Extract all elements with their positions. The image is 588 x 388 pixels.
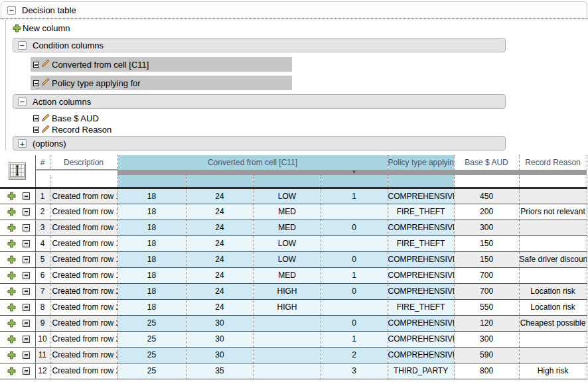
delete-row-button[interactable]: [23, 367, 30, 375]
row-number-cell[interactable]: 6: [35, 267, 50, 283]
condition-cell-1[interactable]: 18: [117, 267, 186, 283]
condition-cell-2[interactable]: 24: [186, 251, 254, 267]
collapse-icon[interactable]: −: [18, 97, 27, 106]
pencil-icon[interactable]: [41, 125, 50, 135]
policy-type-cell[interactable]: FIRE_THEFT: [388, 299, 454, 315]
record-reason-cell[interactable]: [519, 347, 587, 363]
condition-cell-1[interactable]: 18: [117, 204, 186, 220]
base-aud-cell[interactable]: 150: [454, 251, 519, 267]
collapse-square-icon[interactable]: [33, 80, 39, 86]
description-cell[interactable]: Created from row 20: [50, 283, 117, 299]
base-aud-cell[interactable]: 590: [454, 347, 519, 363]
base-aud-cell[interactable]: 800: [454, 363, 519, 379]
policy-type-cell[interactable]: COMPREHENSIVE: [388, 220, 454, 235]
condition-cell-1[interactable]: 18: [117, 299, 186, 315]
sort-bar-cell[interactable]: [35, 170, 50, 175]
condition-cell-3[interactable]: LOW: [254, 188, 321, 204]
condition-cell-3[interactable]: [254, 315, 321, 331]
condition-cell-3[interactable]: [254, 363, 321, 379]
condition-cell-4[interactable]: 0: [321, 315, 388, 331]
condition-cell-4[interactable]: 0: [321, 220, 388, 235]
action-column-base-aud[interactable]: Base $ AUD: [31, 113, 588, 123]
delete-row-button[interactable]: [23, 304, 30, 311]
description-cell[interactable]: Created from row 17: [50, 235, 117, 251]
collapse-icon[interactable]: −: [18, 41, 27, 50]
row-number-cell[interactable]: 10: [35, 331, 50, 347]
policy-type-cell[interactable]: FIRE_THEFT: [388, 235, 454, 251]
delete-row-button[interactable]: [23, 320, 30, 327]
base-aud-cell[interactable]: 700: [454, 283, 519, 299]
description-cell[interactable]: Created from row 22: [50, 315, 117, 331]
add-row-button[interactable]: [7, 287, 16, 296]
delete-row-button[interactable]: [23, 352, 30, 359]
sort-bar-cell[interactable]: [254, 170, 321, 175]
base-aud-cell[interactable]: 300: [454, 331, 519, 347]
base-aud-cell[interactable]: 200: [454, 204, 519, 220]
condition-cell-1[interactable]: 18: [117, 220, 186, 235]
add-row-button[interactable]: [7, 208, 16, 216]
row-number-cell[interactable]: 3: [35, 220, 50, 235]
condition-cell-4[interactable]: 1: [321, 331, 388, 347]
description-cell[interactable]: Created from row 21: [50, 299, 117, 315]
condition-columns-section-header[interactable]: − Condition columns: [13, 38, 506, 52]
condition-cell-2[interactable]: 24: [186, 267, 254, 283]
condition-cell-2[interactable]: 30: [186, 347, 254, 363]
row-number-cell[interactable]: 5: [35, 251, 50, 267]
collapse-square-icon[interactable]: [33, 115, 39, 121]
add-row-button[interactable]: [7, 335, 16, 344]
condition-cell-1[interactable]: 18: [117, 283, 186, 299]
condition-cell-2[interactable]: 24: [186, 235, 254, 251]
condition-cell-3[interactable]: LOW: [254, 235, 321, 251]
condition-cell-3[interactable]: MED: [254, 267, 321, 283]
condition-cell-4[interactable]: 1: [321, 267, 388, 283]
condition-cell-2[interactable]: 24: [186, 188, 254, 204]
base-aud-cell[interactable]: 120: [454, 315, 519, 331]
condition-cell-2[interactable]: 35: [186, 363, 254, 379]
description-cell[interactable]: Created from row 24: [50, 347, 117, 363]
action-columns-section-header[interactable]: − Action columns: [13, 94, 506, 109]
condition-cell-3[interactable]: [254, 331, 321, 347]
collapse-square-icon[interactable]: [33, 127, 39, 133]
condition-cell-4[interactable]: 0: [321, 251, 388, 267]
pencil-icon[interactable]: [41, 113, 50, 124]
condition-cell-3[interactable]: LOW: [254, 251, 321, 267]
row-number-cell[interactable]: 12: [35, 363, 50, 379]
row-number-cell[interactable]: 1: [35, 188, 50, 204]
delete-row-button[interactable]: [23, 288, 30, 295]
condition-cell-1[interactable]: 18: [117, 235, 186, 251]
delete-row-button[interactable]: [23, 256, 30, 263]
policy-type-cell[interactable]: COMPREHENSIVE: [388, 188, 454, 204]
condition-cell-3[interactable]: MED: [254, 204, 321, 220]
policy-type-cell[interactable]: COMPREHENSIVE: [388, 251, 454, 267]
delete-row-button[interactable]: [23, 208, 30, 216]
condition-cell-3[interactable]: HIGH: [254, 283, 321, 299]
options-section-header[interactable]: + (options): [13, 136, 506, 151]
add-row-button[interactable]: [7, 319, 16, 328]
delete-row-button[interactable]: [23, 272, 30, 279]
condition-cell-1[interactable]: 25: [117, 331, 186, 347]
record-reason-cell[interactable]: [519, 331, 587, 347]
condition-cell-4[interactable]: [321, 204, 388, 220]
record-reason-cell[interactable]: Safe driver discount: [519, 251, 587, 267]
policy-type-cell[interactable]: COMPREHENSIVE: [388, 315, 454, 331]
condition-cell-3[interactable]: HIGH: [254, 299, 321, 315]
pencil-icon[interactable]: [41, 78, 50, 88]
condition-cell-4[interactable]: 1: [321, 188, 388, 204]
collapse-icon[interactable]: −: [7, 6, 16, 15]
add-row-button[interactable]: [7, 239, 16, 248]
description-cell[interactable]: Created from row 25: [50, 363, 117, 379]
add-row-button[interactable]: [7, 367, 16, 375]
base-aud-cell[interactable]: 150: [454, 235, 519, 251]
add-row-button[interactable]: [7, 271, 16, 280]
condition-cell-3[interactable]: [254, 347, 321, 363]
base-aud-cell[interactable]: 450: [454, 188, 519, 204]
base-aud-cell[interactable]: 300: [454, 220, 519, 235]
record-reason-cell[interactable]: [519, 235, 587, 251]
condition-cell-1[interactable]: 25: [117, 315, 186, 331]
new-column-button[interactable]: New column: [13, 23, 588, 33]
condition-cell-4[interactable]: 0: [321, 283, 388, 299]
pencil-icon[interactable]: [41, 59, 50, 70]
condition-cell-1[interactable]: 18: [117, 188, 186, 204]
record-reason-cell[interactable]: Location risk: [519, 283, 587, 299]
description-cell[interactable]: Created from row 18: [50, 251, 117, 267]
